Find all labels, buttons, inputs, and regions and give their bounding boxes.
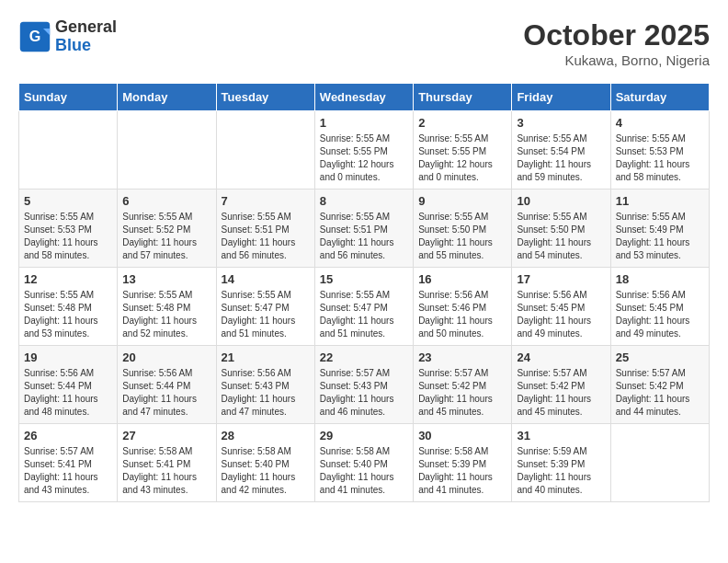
day-info: Sunrise: 5:55 AM Sunset: 5:51 PM Dayligh… — [222, 211, 310, 262]
day-info: Sunrise: 5:55 AM Sunset: 5:53 PM Dayligh… — [616, 132, 704, 184]
calendar-cell: 17Sunrise: 5:56 AM Sunset: 5:45 PM Dayli… — [512, 268, 610, 346]
day-number: 26 — [24, 429, 112, 442]
day-number: 19 — [24, 350, 112, 364]
calendar-cell: 15Sunrise: 5:55 AM Sunset: 5:47 PM Dayli… — [314, 268, 413, 346]
day-info: Sunrise: 5:58 AM Sunset: 5:41 PM Dayligh… — [122, 445, 210, 497]
weekday-header: Friday — [512, 84, 610, 111]
day-number: 4 — [616, 116, 704, 130]
calendar-cell: 22Sunrise: 5:57 AM Sunset: 5:43 PM Dayli… — [314, 346, 413, 424]
day-info: Sunrise: 5:59 AM Sunset: 5:39 PM Dayligh… — [517, 445, 605, 497]
day-info: Sunrise: 5:55 AM Sunset: 5:48 PM Dayligh… — [122, 289, 210, 340]
day-number: 5 — [24, 194, 112, 208]
calendar-cell: 1Sunrise: 5:55 AM Sunset: 5:55 PM Daylig… — [314, 111, 413, 190]
day-info: Sunrise: 5:57 AM Sunset: 5:43 PM Dayligh… — [320, 367, 408, 419]
weekday-header-row: SundayMondayTuesdayWednesdayThursdayFrid… — [19, 84, 710, 111]
day-info: Sunrise: 5:55 AM Sunset: 5:49 PM Dayligh… — [616, 211, 704, 262]
day-info: Sunrise: 5:55 AM Sunset: 5:51 PM Dayligh… — [320, 211, 408, 262]
month-title: October 2025 — [523, 18, 710, 52]
day-number: 21 — [222, 350, 310, 364]
day-number: 25 — [616, 350, 704, 364]
svg-text:G: G — [29, 28, 41, 44]
day-info: Sunrise: 5:55 AM Sunset: 5:55 PM Dayligh… — [320, 132, 408, 184]
day-number: 14 — [222, 272, 310, 286]
weekday-header: Tuesday — [216, 84, 314, 111]
calendar-cell — [216, 111, 314, 190]
calendar-cell: 24Sunrise: 5:57 AM Sunset: 5:42 PM Dayli… — [512, 346, 610, 424]
day-info: Sunrise: 5:57 AM Sunset: 5:41 PM Dayligh… — [24, 445, 112, 497]
calendar-cell: 7Sunrise: 5:55 AM Sunset: 5:51 PM Daylig… — [216, 190, 314, 268]
day-info: Sunrise: 5:55 AM Sunset: 5:52 PM Dayligh… — [122, 211, 210, 262]
calendar-cell — [19, 111, 118, 190]
calendar-week-row: 19Sunrise: 5:56 AM Sunset: 5:44 PM Dayli… — [19, 346, 710, 424]
calendar-cell: 8Sunrise: 5:55 AM Sunset: 5:51 PM Daylig… — [314, 190, 413, 268]
calendar-cell: 30Sunrise: 5:58 AM Sunset: 5:39 PM Dayli… — [414, 424, 512, 502]
day-number: 8 — [320, 194, 408, 208]
calendar-cell: 5Sunrise: 5:55 AM Sunset: 5:53 PM Daylig… — [19, 190, 118, 268]
weekday-header: Thursday — [414, 84, 512, 111]
day-info: Sunrise: 5:55 AM Sunset: 5:48 PM Dayligh… — [24, 289, 112, 340]
calendar-cell: 18Sunrise: 5:56 AM Sunset: 5:45 PM Dayli… — [610, 268, 709, 346]
calendar-cell — [610, 424, 709, 502]
day-info: Sunrise: 5:56 AM Sunset: 5:44 PM Dayligh… — [122, 367, 210, 419]
location: Kukawa, Borno, Nigeria — [523, 52, 710, 68]
day-number: 24 — [517, 350, 605, 364]
logo-icon: G — [18, 20, 51, 53]
day-number: 28 — [222, 429, 310, 442]
day-number: 18 — [616, 272, 704, 286]
day-info: Sunrise: 5:55 AM Sunset: 5:50 PM Dayligh… — [418, 211, 506, 262]
day-number: 11 — [616, 194, 704, 208]
day-number: 31 — [517, 429, 605, 442]
calendar-cell: 10Sunrise: 5:55 AM Sunset: 5:50 PM Dayli… — [512, 190, 610, 268]
calendar-table: SundayMondayTuesdayWednesdayThursdayFrid… — [18, 83, 710, 502]
day-info: Sunrise: 5:55 AM Sunset: 5:54 PM Dayligh… — [517, 132, 605, 184]
calendar-week-row: 5Sunrise: 5:55 AM Sunset: 5:53 PM Daylig… — [19, 190, 710, 268]
calendar-cell — [118, 111, 216, 190]
calendar-cell: 31Sunrise: 5:59 AM Sunset: 5:39 PM Dayli… — [512, 424, 610, 502]
page-header: G General Blue October 2025 Kukawa, Born… — [18, 18, 710, 68]
calendar-cell: 14Sunrise: 5:55 AM Sunset: 5:47 PM Dayli… — [216, 268, 314, 346]
day-number: 22 — [320, 350, 408, 364]
day-info: Sunrise: 5:55 AM Sunset: 5:53 PM Dayligh… — [24, 211, 112, 262]
day-number: 27 — [122, 429, 210, 442]
calendar-cell: 16Sunrise: 5:56 AM Sunset: 5:46 PM Dayli… — [414, 268, 512, 346]
calendar-cell: 13Sunrise: 5:55 AM Sunset: 5:48 PM Dayli… — [118, 268, 216, 346]
day-info: Sunrise: 5:57 AM Sunset: 5:42 PM Dayligh… — [517, 367, 605, 419]
weekday-header: Sunday — [19, 84, 118, 111]
calendar-cell: 4Sunrise: 5:55 AM Sunset: 5:53 PM Daylig… — [610, 111, 709, 190]
calendar-cell: 25Sunrise: 5:57 AM Sunset: 5:42 PM Dayli… — [610, 346, 709, 424]
calendar-cell: 23Sunrise: 5:57 AM Sunset: 5:42 PM Dayli… — [414, 346, 512, 424]
day-number: 3 — [517, 116, 605, 130]
calendar-cell: 12Sunrise: 5:55 AM Sunset: 5:48 PM Dayli… — [19, 268, 118, 346]
day-info: Sunrise: 5:58 AM Sunset: 5:39 PM Dayligh… — [418, 445, 506, 497]
weekday-header: Monday — [118, 84, 216, 111]
day-info: Sunrise: 5:55 AM Sunset: 5:50 PM Dayligh… — [517, 211, 605, 262]
calendar-cell: 21Sunrise: 5:56 AM Sunset: 5:43 PM Dayli… — [216, 346, 314, 424]
weekday-header: Saturday — [610, 84, 709, 111]
day-number: 2 — [418, 116, 506, 130]
day-number: 17 — [517, 272, 605, 286]
weekday-header: Wednesday — [314, 84, 413, 111]
calendar-cell: 20Sunrise: 5:56 AM Sunset: 5:44 PM Dayli… — [118, 346, 216, 424]
calendar-week-row: 12Sunrise: 5:55 AM Sunset: 5:48 PM Dayli… — [19, 268, 710, 346]
day-info: Sunrise: 5:56 AM Sunset: 5:45 PM Dayligh… — [517, 289, 605, 340]
logo-text: General Blue — [55, 18, 117, 55]
calendar-cell: 26Sunrise: 5:57 AM Sunset: 5:41 PM Dayli… — [19, 424, 118, 502]
logo-general: General — [55, 18, 117, 37]
day-number: 13 — [122, 272, 210, 286]
calendar-cell: 29Sunrise: 5:58 AM Sunset: 5:40 PM Dayli… — [314, 424, 413, 502]
day-number: 20 — [122, 350, 210, 364]
day-info: Sunrise: 5:55 AM Sunset: 5:47 PM Dayligh… — [320, 289, 408, 340]
day-info: Sunrise: 5:56 AM Sunset: 5:44 PM Dayligh… — [24, 367, 112, 419]
day-number: 7 — [222, 194, 310, 208]
logo-blue: Blue — [55, 37, 117, 55]
calendar-cell: 11Sunrise: 5:55 AM Sunset: 5:49 PM Dayli… — [610, 190, 709, 268]
day-number: 15 — [320, 272, 408, 286]
calendar-cell: 28Sunrise: 5:58 AM Sunset: 5:40 PM Dayli… — [216, 424, 314, 502]
day-number: 30 — [418, 429, 506, 442]
day-info: Sunrise: 5:57 AM Sunset: 5:42 PM Dayligh… — [616, 367, 704, 419]
day-info: Sunrise: 5:55 AM Sunset: 5:55 PM Dayligh… — [418, 132, 506, 184]
day-info: Sunrise: 5:58 AM Sunset: 5:40 PM Dayligh… — [320, 445, 408, 497]
calendar-cell: 19Sunrise: 5:56 AM Sunset: 5:44 PM Dayli… — [19, 346, 118, 424]
calendar-week-row: 26Sunrise: 5:57 AM Sunset: 5:41 PM Dayli… — [19, 424, 710, 502]
day-number: 9 — [418, 194, 506, 208]
